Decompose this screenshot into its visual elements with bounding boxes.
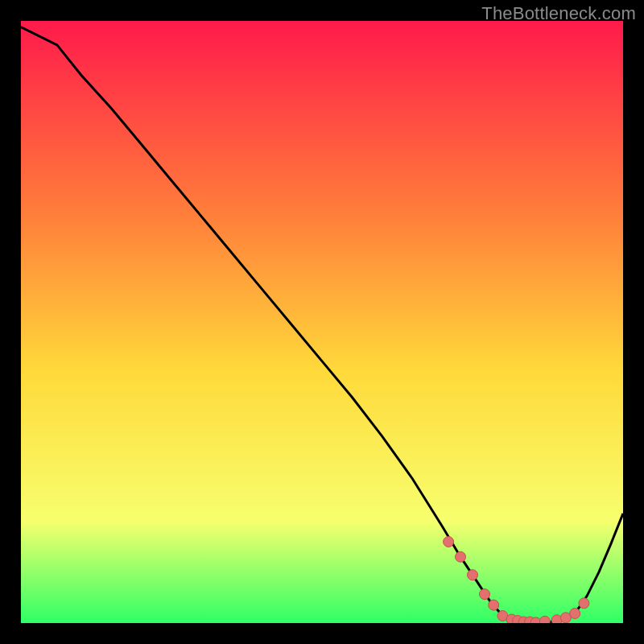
chart-frame <box>21 21 623 623</box>
curve-marker <box>468 570 478 580</box>
attribution-text: TheBottleneck.com <box>481 3 636 24</box>
curve-marker <box>444 537 454 547</box>
curve-marker <box>489 600 499 610</box>
chart-background <box>21 21 623 623</box>
curve-marker <box>480 589 490 600</box>
curve-marker <box>456 551 466 562</box>
curve-marker <box>579 598 589 609</box>
curve-marker <box>539 616 550 623</box>
bottleneck-chart <box>21 21 623 623</box>
curve-marker <box>570 609 580 619</box>
